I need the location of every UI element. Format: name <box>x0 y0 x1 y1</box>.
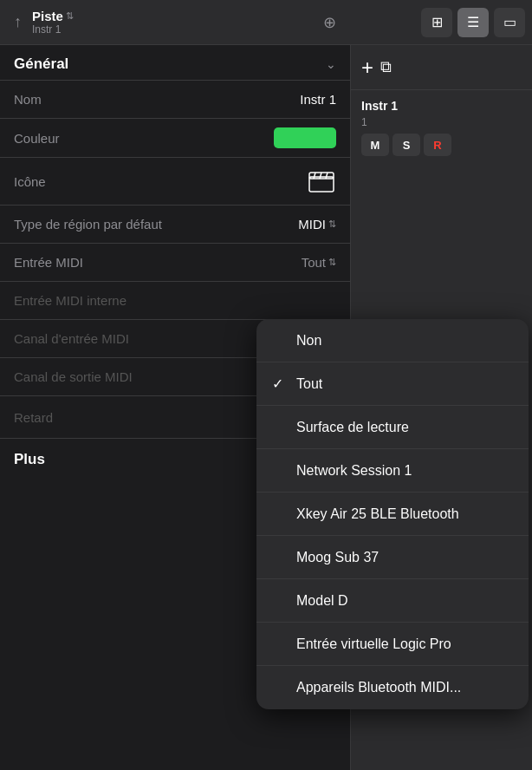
region-type-row: Type de région par défaut MIDI ⇅ <box>0 205 350 243</box>
region-type-label: Type de région par défaut <box>14 217 162 232</box>
region-type-stepper-icon[interactable]: ⇅ <box>328 219 336 230</box>
track-strip: Instr 1 1 M S R <box>351 90 532 165</box>
dropdown-item-tout[interactable]: ✓ Tout <box>256 362 529 406</box>
dropdown-item-bluetooth[interactable]: Appareils Bluetooth MIDI... <box>256 666 529 709</box>
dropdown-item-entree-virtuelle[interactable]: Entrée virtuelle Logic Pro <box>256 623 529 666</box>
record-button[interactable]: R <box>424 134 451 156</box>
general-section-header[interactable]: Général ⌄ <box>0 45 350 80</box>
surface-label: Surface de lecture <box>296 420 513 435</box>
dropdown-item-network-session[interactable]: Network Session 1 <box>256 449 529 493</box>
icone-preview[interactable] <box>307 166 336 196</box>
window-view-button[interactable]: ▭ <box>494 8 525 37</box>
track-chevron-icon: ⇅ <box>66 10 74 22</box>
right-panel-controls: + ⧉ <box>351 45 532 90</box>
nom-row: Nom Instr 1 <box>0 80 350 118</box>
region-type-value: MIDI <box>298 217 326 232</box>
clapperboard-icon <box>308 170 334 192</box>
list-view-button[interactable]: ☰ <box>457 8 489 37</box>
solo-button[interactable]: S <box>393 134 420 156</box>
network-session-label: Network Session 1 <box>296 463 513 479</box>
color-swatch[interactable] <box>274 127 336 148</box>
icone-row: Icône <box>0 157 350 205</box>
plus-label: Plus <box>14 451 45 467</box>
entree-midi-value: Tout <box>302 255 326 270</box>
tout-label: Tout <box>296 376 513 392</box>
icone-label: Icône <box>14 174 46 189</box>
canal-sortie-midi-label: Canal de sortie MIDI <box>14 369 133 384</box>
retard-label: Retard <box>14 410 53 425</box>
add-track-button[interactable]: + <box>361 57 373 78</box>
entree-midi-interne-row: Entrée MIDI interne <box>0 281 350 319</box>
dropdown-item-model-d[interactable]: Model D <box>256 579 529 623</box>
dropdown-item-moog[interactable]: Moog Sub 37 <box>256 536 529 579</box>
grid-view-button[interactable]: ⊞ <box>421 8 452 37</box>
track-strip-name: Instr 1 <box>361 99 522 113</box>
midi-input-dropdown: Non ✓ Tout Surface de lecture Network Se… <box>256 319 529 709</box>
track-strip-number: 1 <box>361 116 522 128</box>
xkey-label: Xkey Air 25 BLE Bluetooth <box>296 506 513 522</box>
nom-value: Instr 1 <box>300 92 336 107</box>
general-section-chevron-icon: ⌄ <box>326 57 336 71</box>
entree-midi-stepper-icon[interactable]: ⇅ <box>328 257 336 268</box>
entree-midi-label: Entrée MIDI <box>14 255 83 270</box>
general-section-title: Général <box>14 55 68 73</box>
tout-checkmark-icon: ✓ <box>272 375 288 392</box>
dropdown-item-xkey[interactable]: Xkey Air 25 BLE Bluetooth <box>256 493 529 536</box>
entree-midi-row: Entrée MIDI Tout ⇅ <box>0 243 350 281</box>
mute-button[interactable]: M <box>361 134 389 156</box>
track-title: Piste <box>32 9 63 23</box>
non-label: Non <box>296 333 513 349</box>
nom-label: Nom <box>14 92 42 107</box>
copy-track-button[interactable]: ⧉ <box>380 58 392 76</box>
dropdown-item-non[interactable]: Non <box>256 319 529 362</box>
entree-virtuelle-label: Entrée virtuelle Logic Pro <box>296 636 513 652</box>
entree-midi-interne-label: Entrée MIDI interne <box>14 293 127 308</box>
svg-line-2 <box>314 173 315 179</box>
canal-entree-midi-label: Canal d'entrée MIDI <box>14 331 129 346</box>
svg-line-3 <box>320 173 321 179</box>
track-subtitle: Instr 1 <box>32 23 74 36</box>
couleur-row: Couleur <box>0 118 350 157</box>
model-d-label: Model D <box>296 593 513 609</box>
pin-button[interactable]: ⊕ <box>320 10 340 36</box>
moog-label: Moog Sub 37 <box>296 550 513 565</box>
svg-line-4 <box>326 173 328 179</box>
bluetooth-label: Appareils Bluetooth MIDI... <box>296 680 513 695</box>
dropdown-item-surface[interactable]: Surface de lecture <box>256 406 529 449</box>
back-button[interactable]: ↑ <box>10 10 25 35</box>
couleur-label: Couleur <box>14 131 60 146</box>
